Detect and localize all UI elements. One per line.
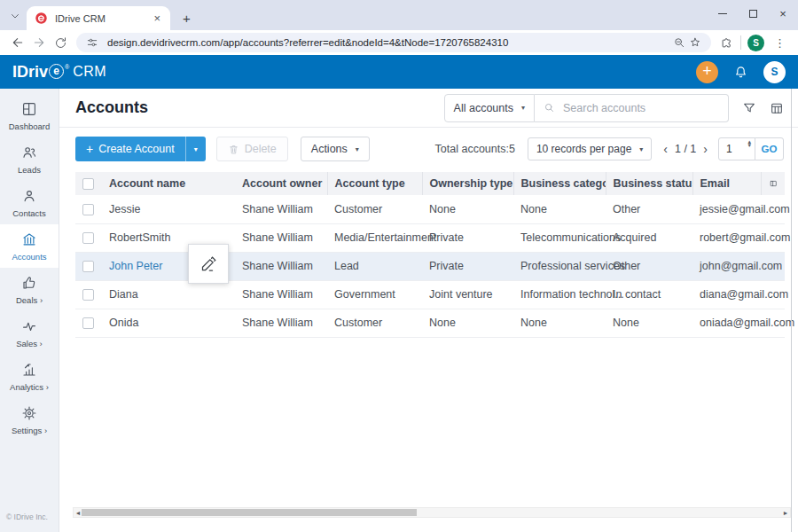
row-checkbox[interactable]	[82, 232, 94, 244]
row-checkbox[interactable]	[82, 317, 94, 329]
total-accounts-text: Total accounts:5	[435, 143, 515, 155]
table-row[interactable]: Onida Shane William Customer None None N…	[75, 309, 785, 337]
window-close-button[interactable]: ×	[768, 0, 798, 27]
window-minimize-button[interactable]	[708, 0, 738, 27]
notifications-bell-icon[interactable]	[733, 65, 748, 80]
cell-account-name[interactable]: Jessie	[102, 195, 235, 223]
browser-tab[interactable]: IDrive CRM ×	[27, 6, 170, 30]
user-avatar[interactable]: S	[763, 61, 786, 83]
cell-email: robert@gmail.com	[692, 223, 761, 252]
stepper-arrows: ▴ ▾	[747, 140, 751, 147]
column-header-account-owner[interactable]: Account owner	[235, 172, 327, 195]
horizontal-scrollbar[interactable]: ◄ ►	[73, 507, 791, 518]
address-bar[interactable]: design.devidrivecrm.com/app/accounts?ref…	[76, 33, 711, 52]
sidebar-item-deals[interactable]: Deals ›	[0, 268, 59, 311]
create-account-button[interactable]: + Create Account ▾	[75, 137, 206, 161]
sidebar-item-leads[interactable]: Leads	[0, 137, 59, 181]
cell-account-owner: Shane William	[235, 195, 327, 223]
column-header-account-type[interactable]: Account type	[327, 172, 422, 195]
search-input[interactable]	[561, 101, 719, 115]
accounts-table-container: Account name Account owner Account type …	[75, 172, 785, 338]
sidebar-item-accounts[interactable]: Accounts	[0, 224, 59, 268]
calendar-view-icon[interactable]	[770, 101, 784, 115]
table-row[interactable]: Jessie Shane William Customer None None …	[75, 195, 785, 223]
scrollbar-thumb[interactable]	[82, 509, 417, 516]
logo-prefix: IDriv	[12, 63, 48, 82]
page-header: Accounts All accounts ▾	[59, 89, 798, 128]
cell-account-owner: Shane William	[235, 252, 327, 280]
table-row[interactable]: RobertSmith Shane William Media/Entertai…	[75, 223, 785, 252]
edit-row-button[interactable]	[188, 244, 229, 284]
column-header-account-name[interactable]: Account name	[102, 172, 235, 195]
sidebar: Dashboard Leads Contacts Accounts Deals …	[0, 89, 59, 532]
page-header-controls: All accounts ▾	[444, 94, 784, 122]
previous-page-button[interactable]: ‹	[663, 143, 668, 155]
search-icon	[544, 102, 555, 113]
quick-create-button[interactable]: +	[696, 61, 718, 83]
sidebar-item-analytics[interactable]: Analytics ›	[0, 355, 59, 398]
table-row[interactable]: John Peter Shane William Lead Private Pr…	[75, 252, 785, 280]
total-accounts-count: 5	[509, 143, 515, 155]
trash-icon	[228, 144, 239, 155]
sidebar-item-contacts[interactable]: Contacts	[0, 181, 59, 224]
cell-email: jessie@gmail.com	[692, 195, 761, 223]
row-checkbox[interactable]	[82, 261, 94, 272]
stepper-down-icon[interactable]: ▾	[747, 144, 751, 147]
scroll-right-icon[interactable]: ►	[781, 508, 790, 517]
cell-ownership-type: Private	[422, 252, 513, 280]
zoom-out-icon[interactable]	[671, 35, 687, 51]
sales-pulse-icon	[21, 318, 37, 334]
settings-gear-icon	[21, 405, 37, 421]
sidebar-item-dashboard[interactable]: Dashboard	[0, 94, 59, 137]
tab-list-chevron-icon[interactable]	[8, 9, 22, 23]
page-number-input[interactable]	[719, 142, 740, 156]
extensions-icon[interactable]	[718, 35, 734, 51]
cell-account-name[interactable]: Onida	[102, 309, 235, 337]
column-header-ownership-type[interactable]: Ownership type	[422, 172, 513, 195]
column-header-business-status[interactable]: Business status	[606, 172, 692, 195]
forward-button[interactable]	[28, 32, 50, 53]
back-button[interactable]	[7, 32, 28, 53]
row-checkbox[interactable]	[82, 204, 94, 215]
select-all-checkbox[interactable]	[82, 178, 94, 190]
browser-menu-icon[interactable]: ⋮	[771, 36, 789, 50]
filter-funnel-icon[interactable]	[742, 101, 756, 115]
site-settings-icon[interactable]	[84, 35, 100, 51]
cell-email: john@gmail.com	[692, 252, 761, 280]
main-content: Accounts All accounts ▾	[59, 89, 798, 532]
table-row[interactable]: Diana Shane William Government Joint ven…	[75, 280, 785, 309]
delete-button[interactable]: Delete	[216, 137, 288, 161]
go-button[interactable]: GO	[755, 137, 784, 160]
window-maximize-button[interactable]	[738, 0, 768, 27]
column-header-business-category[interactable]: Business category	[513, 172, 606, 195]
maximize-icon	[749, 10, 757, 18]
browser-tabstrip: IDrive CRM × + ×	[0, 0, 798, 30]
dashboard-icon	[21, 101, 37, 117]
browser-profile-avatar[interactable]: S	[747, 35, 764, 51]
sidebar-item-settings[interactable]: Settings ›	[0, 398, 59, 442]
logo-suffix: CRM	[73, 64, 106, 80]
sidebar-item-sales[interactable]: Sales ›	[0, 311, 59, 355]
bookmark-star-icon[interactable]	[687, 35, 703, 51]
chevron-down-icon: ▾	[521, 104, 525, 112]
tab-title: IDrive CRM	[55, 13, 152, 24]
page-title: Accounts	[75, 98, 148, 117]
row-checkbox[interactable]	[82, 289, 94, 301]
cell-account-name[interactable]: Diana	[102, 280, 235, 309]
app-header-right: + S	[696, 61, 786, 83]
actions-dropdown-button[interactable]: Actions ▾	[301, 137, 370, 161]
cell-account-owner: Shane William	[235, 223, 327, 252]
account-view-dropdown[interactable]: All accounts ▾	[444, 94, 535, 122]
new-tab-button[interactable]: +	[183, 12, 191, 25]
create-account-dropdown-toggle[interactable]: ▾	[185, 137, 206, 161]
cell-account-type: Lead	[327, 252, 422, 280]
reload-button[interactable]	[50, 32, 71, 53]
records-per-page-dropdown[interactable]: 10 records per page ▾	[528, 137, 652, 160]
page-number-stepper[interactable]: ▴ ▾	[718, 137, 755, 160]
cell-ownership-type: Joint venture	[422, 280, 513, 309]
next-page-button[interactable]: ›	[703, 143, 708, 155]
search-accounts-box[interactable]	[535, 94, 729, 122]
tab-close-icon[interactable]: ×	[152, 12, 162, 24]
column-picker-icon[interactable]	[769, 177, 778, 190]
column-header-email[interactable]: Email	[692, 172, 761, 195]
